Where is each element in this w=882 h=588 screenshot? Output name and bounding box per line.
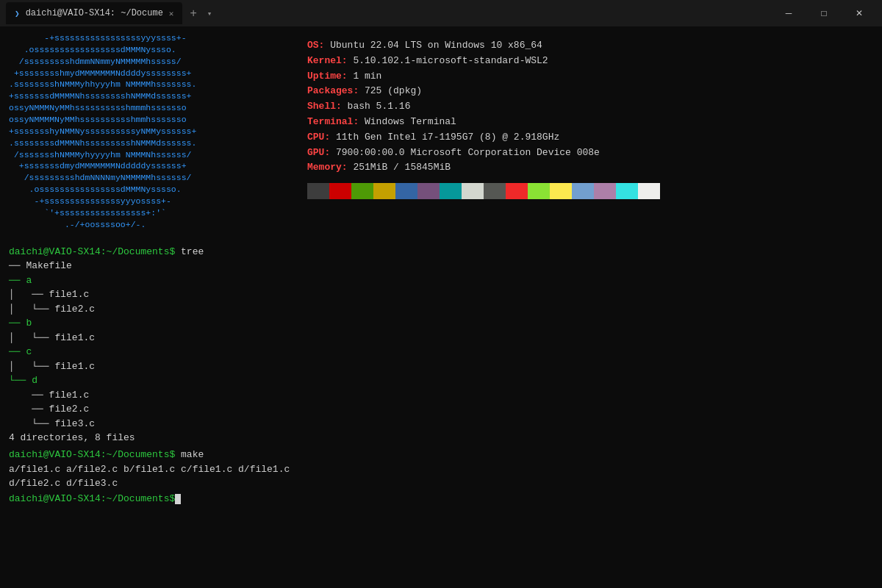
maximize-button[interactable]: □ xyxy=(807,0,841,26)
color-swatch xyxy=(395,183,417,199)
os-val: Ubuntu 22.04 LTS on Windows 10 x86_64 xyxy=(324,40,542,51)
close-button[interactable]: ✕ xyxy=(842,0,876,26)
color-swatch xyxy=(594,183,616,199)
tree-output: ── Makefile ── a │ ── file1.c │ └── file… xyxy=(9,259,295,431)
color-swatch xyxy=(440,183,462,199)
color-swatch xyxy=(329,183,351,199)
terminal-tab[interactable]: ❯ daichi@VAIO-SX14: ~/Docume ✕ xyxy=(6,2,182,24)
terminal-area[interactable]: -+sssssssssssssssssyyyssss+- .osssssssss… xyxy=(0,26,882,588)
shell-val: bash 5.1.16 xyxy=(342,101,411,112)
tab-dropdown-button[interactable]: ▾ xyxy=(204,9,215,18)
info-memory: Memory: 251MiB / 15845MiB xyxy=(307,160,873,176)
color-swatch xyxy=(616,183,638,199)
color-swatch xyxy=(373,183,395,199)
color-swatch xyxy=(528,183,550,199)
cmd-2: make xyxy=(175,449,204,460)
cmd-1: tree xyxy=(175,246,204,257)
tree-summary: 4 directories, 8 files xyxy=(9,431,295,445)
prompt-line-1: daichi@VAIO-SX14:~/Documents$ tree xyxy=(9,245,295,259)
color-swatches xyxy=(307,183,873,199)
neofetch-art: -+sssssssssssssssssyyyssss+- .osssssssss… xyxy=(9,32,295,231)
color-swatch xyxy=(638,183,660,199)
info-block: OS: Ubuntu 22.04 LTS on Windows 10 x86_6… xyxy=(307,38,873,176)
color-swatch xyxy=(307,183,329,199)
right-panel: OS: Ubuntu 22.04 LTS on Windows 10 x86_6… xyxy=(295,32,873,582)
gpu-key: GPU: xyxy=(307,147,330,158)
prompt-3: daichi@VAIO-SX14:~/Documents$ xyxy=(9,493,175,504)
kernel-val: 5.10.102.1-microsoft-standard-WSL2 xyxy=(348,55,548,66)
color-swatch xyxy=(506,183,528,199)
minimize-button[interactable]: ─ xyxy=(772,0,806,26)
packages-val: 725 (dpkg) xyxy=(359,85,422,96)
gpu-val: 7900:00:00.0 Microsoft Corporation Devic… xyxy=(330,147,600,158)
new-tab-button[interactable]: + xyxy=(185,7,201,20)
info-os: OS: Ubuntu 22.04 LTS on Windows 10 x86_6… xyxy=(307,38,873,54)
cpu-key: CPU: xyxy=(307,132,330,143)
left-panel: -+sssssssssssssssssyyyssss+- .osssssssss… xyxy=(9,32,295,582)
info-uptime: Uptime: 1 min xyxy=(307,69,873,85)
tab-icon: ❯ xyxy=(15,9,20,18)
prompt-2: daichi@VAIO-SX14:~/Documents$ xyxy=(9,449,175,460)
color-swatch xyxy=(351,183,373,199)
cpu-val: 11th Gen Intel i7-1195G7 (8) @ 2.918GHz xyxy=(330,132,559,143)
window-controls: ─ □ ✕ xyxy=(772,0,876,26)
kernel-key: Kernel: xyxy=(307,55,348,66)
memory-val: 251MiB / 15845MiB xyxy=(348,162,451,173)
tab-label: daichi@VAIO-SX14: ~/Docume xyxy=(26,8,163,18)
prompt-1: daichi@VAIO-SX14:~/Documents$ xyxy=(9,246,175,257)
color-swatch xyxy=(550,183,572,199)
titlebar: ❯ daichi@VAIO-SX14: ~/Docume ✕ + ▾ ─ □ ✕ xyxy=(0,0,882,26)
terminal-val: Windows Terminal xyxy=(359,116,456,127)
terminal-key: Terminal: xyxy=(307,116,359,127)
shell-key: Shell: xyxy=(307,101,342,112)
info-shell: Shell: bash 5.1.16 xyxy=(307,99,873,115)
packages-key: Packages: xyxy=(307,85,359,96)
info-terminal: Terminal: Windows Terminal xyxy=(307,115,873,130)
info-cpu: CPU: 11th Gen Intel i7-1195G7 (8) @ 2.91… xyxy=(307,130,873,146)
info-kernel: Kernel: 5.10.102.1-microsoft-standard-WS… xyxy=(307,54,873,69)
tab-close-button[interactable]: ✕ xyxy=(169,9,174,18)
prompt-line-2: daichi@VAIO-SX14:~/Documents$ make xyxy=(9,448,295,462)
uptime-val: 1 min xyxy=(348,71,382,82)
info-gpu: GPU: 7900:00:00.0 Microsoft Corporation … xyxy=(307,146,873,161)
color-swatch xyxy=(417,183,440,199)
tree-section: daichi@VAIO-SX14:~/Documents$ tree ── Ma… xyxy=(9,245,295,506)
color-swatch xyxy=(462,183,484,199)
make-output: a/file1.c a/file2.c b/file1.c c/file1.c … xyxy=(9,462,295,491)
color-swatch xyxy=(484,183,506,199)
info-packages: Packages: 725 (dpkg) xyxy=(307,84,873,99)
os-key: OS: xyxy=(307,40,324,51)
prompt-line-3: daichi@VAIO-SX14:~/Documents$ xyxy=(9,492,295,506)
color-swatch xyxy=(572,183,594,199)
uptime-key: Uptime: xyxy=(307,71,348,82)
memory-key: Memory: xyxy=(307,162,348,173)
cursor xyxy=(175,494,181,504)
